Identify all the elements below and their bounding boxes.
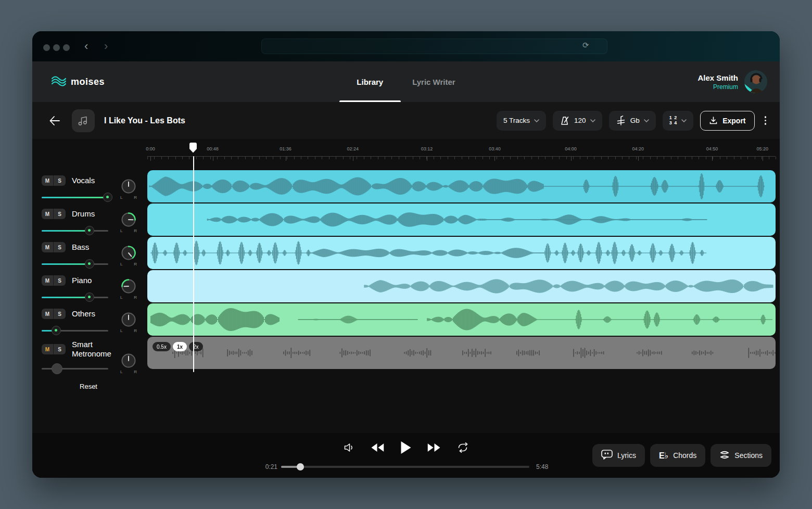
volume-slider-bass[interactable] xyxy=(42,259,108,269)
play-button[interactable] xyxy=(399,439,413,456)
pan-knob-others[interactable]: LR xyxy=(119,312,138,333)
traffic-light-minimize-icon[interactable] xyxy=(53,44,60,51)
ruler-tick xyxy=(189,157,189,159)
ruler-major-tick xyxy=(763,157,763,161)
mute-button-bass[interactable]: M xyxy=(42,242,54,252)
seek-bar[interactable] xyxy=(281,466,529,468)
mute-button-piano[interactable]: M xyxy=(42,275,54,286)
ruler-tick xyxy=(336,157,336,159)
volume-slider-others[interactable] xyxy=(42,326,108,335)
volume-knob-others[interactable] xyxy=(52,326,61,335)
ruler-tick xyxy=(175,157,176,159)
ruler-tick xyxy=(371,157,371,159)
key-dropdown[interactable]: Gb xyxy=(609,111,656,131)
volume-knob-smart-metronome[interactable] xyxy=(52,363,62,374)
mute-button-smart-metronome[interactable]: M xyxy=(42,344,54,354)
reset-button[interactable]: Reset xyxy=(42,383,135,390)
tab-lyric-writer[interactable]: Lyric Writer xyxy=(412,61,455,102)
ruler-tick xyxy=(545,157,545,159)
waveform-lane-vocals[interactable] xyxy=(147,170,776,202)
traffic-light-zoom-icon[interactable] xyxy=(63,44,70,51)
ruler-tick xyxy=(280,157,281,159)
mute-button-vocals[interactable]: M xyxy=(42,175,54,186)
mute-button-others[interactable]: M xyxy=(42,309,54,319)
ruler-tick xyxy=(734,157,734,159)
pan-knob-smart-metronome[interactable]: LR xyxy=(119,353,138,374)
solo-button-drums[interactable]: S xyxy=(54,209,66,219)
user-account[interactable]: Alex Smith Premium xyxy=(697,61,767,102)
solo-button-piano[interactable]: S xyxy=(54,275,66,286)
volume-slider-vocals[interactable] xyxy=(42,193,108,202)
more-options-button[interactable] xyxy=(762,113,770,128)
ruler-tick xyxy=(587,157,588,159)
volume-slider-drums[interactable] xyxy=(42,226,108,235)
total-time: 5:48 xyxy=(536,463,548,470)
address-bar[interactable] xyxy=(261,39,607,54)
playhead-handle[interactable] xyxy=(189,142,197,156)
ruler-label-1: 00:48 xyxy=(207,146,219,151)
sections-button[interactable]: Sections xyxy=(710,444,771,467)
waveform-lane-others[interactable] xyxy=(147,303,776,336)
panel-buttons: LyricsE♭ChordsSections xyxy=(592,444,771,467)
timeline-ruler[interactable]: 0:0000:4801:3602:2403:1203:4004:0004:200… xyxy=(147,139,776,161)
chevron-down-icon xyxy=(590,119,595,122)
mute-button-drums[interactable]: M xyxy=(42,209,54,219)
export-button[interactable]: Export xyxy=(700,111,754,131)
tab-library[interactable]: Library xyxy=(357,61,383,102)
fast-forward-icon xyxy=(428,443,440,452)
speed-option-2x[interactable]: 2x xyxy=(189,342,203,351)
pan-knob-drums[interactable]: LR xyxy=(119,212,138,233)
seek-knob[interactable] xyxy=(297,463,304,470)
ruler-tick xyxy=(364,157,364,159)
ruler-tick xyxy=(259,157,260,159)
browser-chrome: ‹ › ⟳ xyxy=(32,31,780,61)
ruler-tick xyxy=(273,157,273,159)
waveform-lane-smart-metronome[interactable]: 0.5x1x2x xyxy=(147,337,776,369)
volume-knob-bass[interactable] xyxy=(85,259,94,269)
chords-button[interactable]: E♭Chords xyxy=(650,444,705,467)
rewind-button[interactable] xyxy=(370,441,386,454)
volume-knob-drums[interactable] xyxy=(85,226,94,235)
speed-option-1x[interactable]: 1x xyxy=(173,342,187,351)
ruler-tick xyxy=(594,157,594,159)
playhead-line[interactable] xyxy=(193,156,194,372)
loop-button[interactable] xyxy=(455,440,471,455)
volume-slider-piano[interactable] xyxy=(42,292,108,302)
waveform-canvas-others xyxy=(147,303,776,336)
solo-button-bass[interactable]: S xyxy=(54,242,66,252)
forward-chevron-icon[interactable]: › xyxy=(104,39,108,54)
waveform-lane-bass[interactable] xyxy=(147,237,776,269)
top-navbar: moises Library Lyric Writer Alex Smith P… xyxy=(32,61,780,102)
tracks-dropdown[interactable]: 5 Tracks xyxy=(497,111,546,131)
reload-icon[interactable]: ⟳ xyxy=(582,41,589,50)
bpm-value: 120 xyxy=(574,117,586,124)
waveform-lane-piano[interactable] xyxy=(147,270,776,302)
time-signature-dropdown[interactable]: 1 2 3 4 xyxy=(663,111,694,131)
volume-knob-piano[interactable] xyxy=(85,292,94,302)
back-button[interactable] xyxy=(47,113,62,128)
bpm-dropdown[interactable]: 120 xyxy=(553,111,602,131)
solo-button-smart-metronome[interactable]: S xyxy=(54,344,66,354)
traffic-light-close-icon[interactable] xyxy=(43,44,50,51)
speed-option-0-5x[interactable]: 0.5x xyxy=(153,342,171,351)
waveform-lane-drums[interactable] xyxy=(147,203,776,236)
ruler-tick xyxy=(538,157,539,159)
pan-knob-piano[interactable]: LR xyxy=(119,278,138,300)
volume-knob-vocals[interactable] xyxy=(103,193,112,202)
ruler-major-tick xyxy=(286,157,286,161)
solo-button-vocals[interactable]: S xyxy=(54,175,66,186)
back-chevron-icon[interactable]: ‹ xyxy=(84,39,88,54)
volume-slider-smart-metronome[interactable] xyxy=(42,364,108,373)
song-title: I Like You - Les Bots xyxy=(104,116,185,125)
avatar[interactable] xyxy=(744,70,767,93)
lyrics-label: Lyrics xyxy=(617,451,636,460)
fast-forward-button[interactable] xyxy=(426,441,442,454)
pan-knob-bass[interactable]: LR xyxy=(119,245,138,266)
repeat-icon xyxy=(457,442,469,453)
toolbar-left: I Like You - Les Bots xyxy=(32,109,185,132)
lyrics-button[interactable]: Lyrics xyxy=(592,444,645,467)
waveform-canvas-bass xyxy=(147,237,776,269)
volume-button[interactable] xyxy=(341,440,357,455)
solo-button-others[interactable]: S xyxy=(54,309,66,319)
pan-knob-vocals[interactable]: LR xyxy=(119,179,138,200)
